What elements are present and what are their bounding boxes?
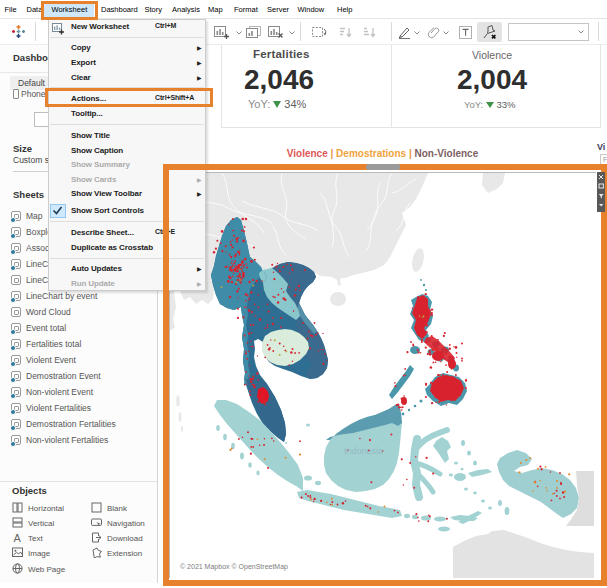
svg-text:A: A	[14, 532, 22, 543]
